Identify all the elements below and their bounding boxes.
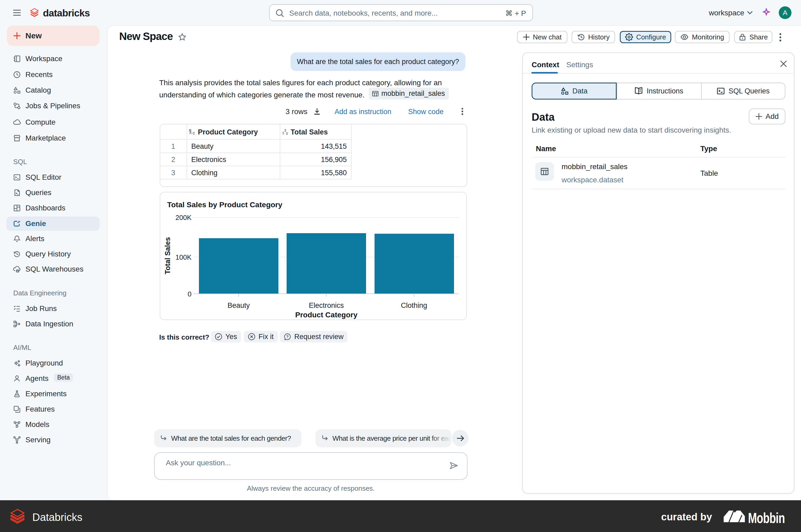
svg-text:100K: 100K [175,253,192,261]
svg-text:Clothing: Clothing [401,302,427,309]
svg-text:?: ? [286,334,289,339]
svg-text:3: 3 [286,132,288,135]
svg-text:Product Category: Product Category [295,311,358,319]
svg-text:Beauty: Beauty [227,302,250,309]
svg-text:A: A [189,131,192,135]
svg-text:Total Sales: Total Sales [164,237,172,274]
svg-text:200K: 200K [175,214,192,222]
svg-text:Electronics: Electronics [309,302,344,309]
svg-text:C: C [193,131,195,135]
svg-text:0: 0 [188,290,192,298]
svg-text:Total Sales by Product Categor: Total Sales by Product Category [167,201,283,209]
svg-text:1: 1 [282,131,284,135]
